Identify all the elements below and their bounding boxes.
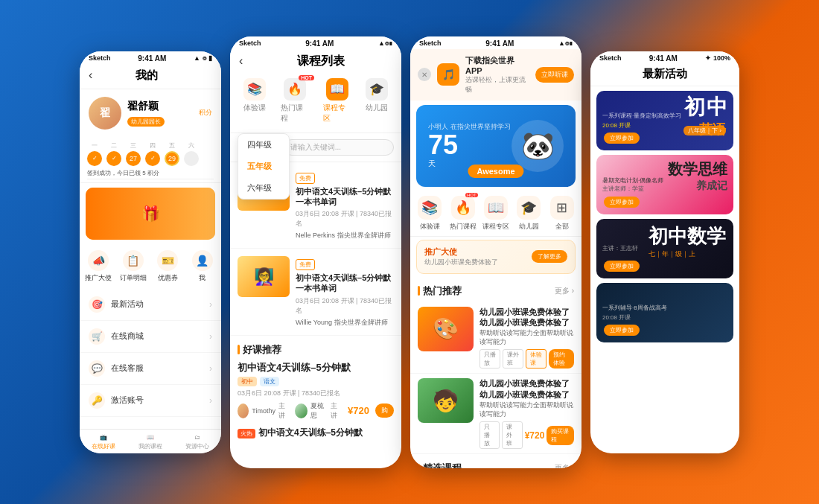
activities-list: 一系列课程·量身定制高效学习 20:08 开课 初 中 英语 八年级｜下 › 立… xyxy=(590,86,739,445)
course-meta-2: 03月6日 20:08 开课 | 78340已报名 xyxy=(296,296,394,316)
nav-courses[interactable]: 📺 在线好课 xyxy=(80,434,127,450)
dropdown-grade-6[interactable]: 六年级 xyxy=(238,177,289,199)
tab-kindergarten[interactable]: 🎓 幼儿园 xyxy=(358,75,395,127)
list-item-service[interactable]: 💬 在线客服 › xyxy=(80,353,221,385)
avatar: 翟 xyxy=(89,97,121,130)
icon-hot[interactable]: 🔥 HOT 热门课程 xyxy=(446,196,479,232)
listen-button[interactable]: 立即听课 xyxy=(535,67,574,83)
hot-more[interactable]: 更多 › xyxy=(555,286,574,296)
rec-price: ¥720 xyxy=(348,405,369,416)
battery-icon: ▮ xyxy=(208,54,212,62)
menu-item-profile[interactable]: 👤 我 xyxy=(187,250,219,283)
teacher-xia: 夏梳思 主讲 xyxy=(295,401,342,421)
hot-sub-2: 帮助听说读写能力全面帮助听说读写能力 xyxy=(479,401,574,418)
course-title-1: 初中语文4天训练–5分钟默一本书单词 xyxy=(296,186,394,208)
act3-grade: 七｜年｜级｜上 xyxy=(648,249,726,259)
nav-my-courses[interactable]: 📖 我的课程 xyxy=(127,434,173,450)
nav-resources[interactable]: 🗂 资源中心 xyxy=(174,434,221,450)
search-placeholder: 请输入关键词... xyxy=(290,143,341,151)
list-item-shop[interactable]: 🛒 在线商城 › xyxy=(80,321,221,353)
featured-more[interactable]: 更多 › xyxy=(555,463,574,468)
course-teacher-2: Willie Young 指尖世界金牌讲师 xyxy=(296,318,394,328)
activity-sub-1: 一系列课程·量身定制高效学习 xyxy=(602,112,681,120)
shop-label: 在线商城 xyxy=(111,331,144,342)
activity-btn-3[interactable]: 立即参加 xyxy=(604,261,640,272)
hot-tags-2: 只播放 课外班 ¥720 购买课程 xyxy=(479,421,574,449)
status-bar-1: Sketch 9:41 AM ▲ ⌾ ▮ xyxy=(80,51,221,64)
points-link[interactable]: 积分 xyxy=(199,108,212,118)
time-3: 9:41 AM xyxy=(485,39,514,48)
kg-tab-label: 幼儿园 xyxy=(366,103,388,113)
list-item-activate[interactable]: 🔑 激活账号 › xyxy=(80,385,221,417)
hero-sub: 小明人 在指尖世界坚持学习 xyxy=(428,122,511,132)
activity-btn-2[interactable]: 立即参加 xyxy=(604,197,640,208)
buy-button[interactable]: 购 xyxy=(375,403,394,418)
act2-sub2: 养成记 xyxy=(668,179,727,193)
hot-badge: HOT xyxy=(299,75,314,80)
tab-special[interactable]: 📖 课程专区 xyxy=(316,75,358,127)
hot-title-2: 幼儿园小班课免费体验了幼儿园小班课免费体验了 xyxy=(479,378,574,400)
icon-kg[interactable]: 🎓 幼儿园 xyxy=(512,196,545,232)
recommend-title: 好课推荐 xyxy=(243,343,281,357)
course-card-2[interactable]: 👩‍🏫 免费 初中语文4天训练–5分钟默一本书单词 03月6日 20:08 开课… xyxy=(230,249,401,336)
kg-tab-icon: 🎓 xyxy=(366,78,388,101)
back-button-2[interactable]: ‹ xyxy=(239,54,243,68)
buy-course-button[interactable]: 购买课程 xyxy=(546,426,574,445)
menu-label-coupons: 优惠券 xyxy=(158,273,178,283)
profile-section: 翟 翟舒颖 幼儿园园长 积分 xyxy=(80,89,221,137)
menu-label-orders: 订单明细 xyxy=(120,273,147,283)
activity-btn-1[interactable]: 立即参加 xyxy=(604,133,640,144)
nav-courses-icon: 📺 xyxy=(100,434,107,441)
promo-more-button[interactable]: 了解更多 xyxy=(532,250,567,263)
icon-special[interactable]: 📖 课程专区 xyxy=(479,196,512,232)
promo-text: 推广大使 幼儿园小班课免费体验了 xyxy=(424,246,498,267)
timothy-name: Timothy xyxy=(252,407,275,415)
activity-card-2[interactable]: 暑期充电计划·偶像名师 主讲老师：学蓝 数学思维 养成记 立即参加 xyxy=(596,155,733,214)
bottom-nav-1: 📺 在线好课 📖 我的课程 🗂 资源中心 xyxy=(80,429,221,453)
recommend-card: 初中语文4天训练–5分钟默 初中 语文 03月6日 20:08 开课 | 783… xyxy=(230,361,401,427)
activity-card-4[interactable]: 一系列辅导·8周备战高考 20:08 开课 立即参加 xyxy=(596,283,733,342)
back-button-1[interactable]: ‹ xyxy=(89,68,92,82)
featured-title: 精选课程 xyxy=(423,462,462,468)
bluetooth-icon: ✦ xyxy=(705,54,711,62)
dropdown-grade-4[interactable]: 四年级 xyxy=(238,134,289,156)
hero-days: 75 xyxy=(428,132,511,159)
rec-title-2: 初中语文4天训练–5分钟默 xyxy=(258,427,363,439)
status-bar-2: Sketch 9:41 AM ▲⌾▮ xyxy=(230,36,401,49)
tab-hot[interactable]: 🔥 HOT 热门课程 xyxy=(273,75,316,127)
activate-label: 激活账号 xyxy=(111,395,144,406)
hot-course-1[interactable]: 🎨 幼儿园小班课免费体验了幼儿园小班课免费体验了 帮助听说读写能力全面帮助听说读… xyxy=(410,302,581,374)
activity-card-1[interactable]: 一系列课程·量身定制高效学习 20:08 开课 初 中 英语 八年级｜下 › 立… xyxy=(596,91,733,150)
activity-card-3[interactable]: 主讲：王志轩 初中数学 七｜年｜级｜上 立即参加 xyxy=(596,219,733,278)
close-banner-button[interactable]: ✕ xyxy=(418,68,431,81)
list-item-activities[interactable]: 🎯 最新活动 › xyxy=(80,289,221,321)
phone-1: Sketch 9:41 AM ▲ ⌾ ▮ ‹ 我的 翟 翟舒颖 幼儿园园长 积分… xyxy=(80,51,221,453)
menu-item-coupons[interactable]: 🎫 优惠券 xyxy=(152,250,184,283)
reserve-button[interactable]: 预约体验 xyxy=(549,349,574,369)
nav-resources-label: 资源中心 xyxy=(185,442,209,450)
icon-experience[interactable]: 📚 体验课 xyxy=(413,196,446,232)
streak-days: 一 ✓ 二 ✓ 三 27 四 ✓ 五 29 六 xyxy=(87,141,214,166)
shop-icon: 🛒 xyxy=(89,328,105,345)
experience-icon: 📚 xyxy=(418,196,442,220)
icon-all[interactable]: ⊞ 全部 xyxy=(546,196,579,232)
activity-char2: 中 xyxy=(707,97,727,118)
orders-icon: 📋 xyxy=(123,250,144,271)
activity-btn-4[interactable]: 立即参加 xyxy=(604,325,640,336)
menu-label-ambassador: 推广大使 xyxy=(85,273,112,283)
service-label: 在线客服 xyxy=(111,363,144,374)
all-label: 全部 xyxy=(555,222,569,232)
menu-item-orders[interactable]: 📋 订单明细 xyxy=(118,250,150,283)
tab-experience[interactable]: 📚 体验课 xyxy=(236,75,273,127)
day-3: 三 27 xyxy=(126,141,141,166)
tag-replay: 只播放 xyxy=(479,349,500,369)
dropdown-grade-5[interactable]: 五年级 xyxy=(238,156,289,177)
menu-item-ambassador[interactable]: 📣 推广大使 xyxy=(83,250,115,283)
phone-4: Sketch 9:41 AM ✦ 100% 最新活动 一系列课程·量身定制高效学… xyxy=(590,51,739,453)
hero-text: 小明人 在指尖世界坚持学习 75 天 xyxy=(428,122,511,169)
hot-course-2[interactable]: 🧒 幼儿园小班课免费体验了幼儿园小班课免费体验了 帮助听说读写能力全面帮助听说读… xyxy=(410,374,581,454)
time-1: 9:41 AM xyxy=(138,54,166,63)
nav-resources-icon: 🗂 xyxy=(194,434,200,441)
keyword-search[interactable]: 请输入关键词... xyxy=(284,139,394,156)
nav-my-courses-label: 我的课程 xyxy=(138,442,162,450)
